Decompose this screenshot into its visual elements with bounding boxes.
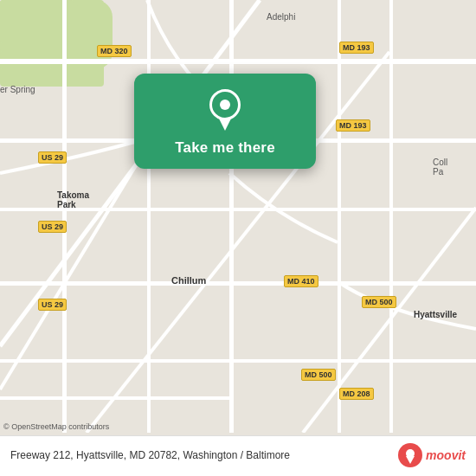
road-h1 xyxy=(0,59,476,64)
place-label-takoma-park: TakomaPark xyxy=(57,190,89,209)
take-me-there-button[interactable]: Take me there xyxy=(175,139,275,157)
road-label-md193-mid: MD 193 xyxy=(336,119,370,132)
moovit-text: moovit xyxy=(426,448,466,462)
road-v1 xyxy=(62,0,67,433)
road-label-md208: MD 208 xyxy=(339,388,374,400)
map-container: US 29 US 29 US 29 MD 320 MD 193 MD 193 M… xyxy=(0,0,476,476)
place-label-silver-spring: er Spring xyxy=(0,85,35,94)
road-v4 xyxy=(338,0,341,433)
moovit-logo: moovit xyxy=(398,443,466,467)
green-area-7 xyxy=(0,0,69,43)
road-label-us29-bot: US 29 xyxy=(38,299,67,311)
road-v5 xyxy=(389,0,393,433)
road-label-md193-right: MD 193 xyxy=(339,42,374,54)
road-h4 xyxy=(0,281,476,286)
place-label-chillum: Chillum xyxy=(171,275,206,286)
place-label-college-park: CollPa xyxy=(433,158,447,177)
road-v2 xyxy=(147,0,151,433)
road-label-us29-mid: US 29 xyxy=(38,221,67,233)
road-v3 xyxy=(229,0,234,433)
location-pin-icon xyxy=(204,89,246,131)
road-label-md500-top: MD 500 xyxy=(362,296,396,308)
address-text: Freeway 212, Hyattsville, MD 20782, Wash… xyxy=(10,449,398,461)
place-label-hyattsville: Hyattsville xyxy=(414,310,457,319)
bottom-bar: Freeway 212, Hyattsville, MD 20782, Wash… xyxy=(0,435,476,476)
road-h6 xyxy=(0,396,234,400)
place-label-adelphi: Adelphi xyxy=(267,12,295,22)
road-label-md320: MD 320 xyxy=(97,45,132,57)
road-label-us29-top: US 29 xyxy=(38,151,67,164)
road-label-md500-bot: MD 500 xyxy=(301,369,336,381)
road-h5 xyxy=(0,359,476,363)
destination-card: Take me there xyxy=(134,74,316,169)
osm-attribution: © OpenStreetMap contributors xyxy=(3,422,109,431)
road-label-md410: MD 410 xyxy=(284,275,318,287)
moovit-icon-svg xyxy=(398,443,422,467)
